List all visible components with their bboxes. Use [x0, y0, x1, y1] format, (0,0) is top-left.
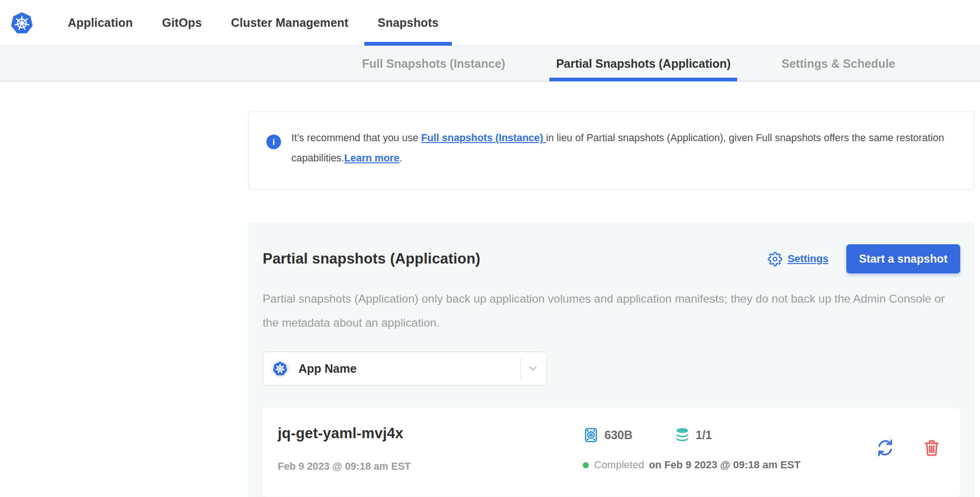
status-dot-icon — [583, 462, 589, 468]
snapshot-status: Completed — [594, 459, 644, 471]
snapshot-started-at: Feb 9 2023 @ 09:18 am EST — [278, 461, 583, 473]
app-kubernetes-icon — [271, 360, 289, 377]
settings-label: Settings — [787, 253, 828, 265]
snapshot-size: 630B — [604, 428, 633, 442]
top-navigation: Application GitOps Cluster Management Sn… — [0, 0, 980, 46]
tab-settings-schedule[interactable]: Settings & Schedule — [775, 46, 902, 81]
info-alert: i It’s recommend that you use Full snaps… — [248, 112, 974, 190]
top-nav-items: Application GitOps Cluster Management Sn… — [55, 0, 452, 46]
alert-text-before: It’s recommend that you use — [291, 132, 421, 144]
panel-description: Partial snapshots (Application) only bac… — [263, 287, 960, 335]
panel-title: Partial snapshots (Application) — [263, 250, 768, 267]
nav-item-application[interactable]: Application — [55, 0, 146, 46]
snapshots-sub-navigation: Full Snapshots (Instance) Partial Snapsh… — [0, 46, 980, 81]
alert-message: It’s recommend that you use Full snapsho… — [291, 128, 955, 168]
kubernetes-logo — [10, 11, 33, 34]
snapshot-status-line: Completed on Feb 9 2023 @ 09:18 am EST — [583, 459, 865, 471]
database-icon — [674, 427, 691, 443]
snapshot-metrics: 630B 1/1 Completed — [583, 425, 865, 471]
gear-icon — [768, 252, 782, 266]
info-icon: i — [266, 135, 281, 149]
tab-partial-snapshots[interactable]: Partial Snapshots (Application) — [549, 46, 737, 81]
snapshot-volumes-group: 1/1 — [674, 427, 712, 443]
panel-header: Partial snapshots (Application) Settings… — [263, 244, 960, 273]
selector-divider — [520, 359, 521, 378]
delete-snapshot-button[interactable] — [922, 438, 941, 457]
snapshot-row: jq-get-yaml-mvj4x Feb 9 2023 @ 09:18 am … — [263, 408, 960, 497]
restore-snapshot-button[interactable] — [874, 437, 896, 459]
alert-text-after: . — [399, 152, 402, 164]
full-snapshots-link[interactable]: Full snapshots (Instance) — [421, 132, 546, 144]
snapshot-identity: jq-get-yaml-mvj4x Feb 9 2023 @ 09:18 am … — [278, 425, 583, 473]
tab-full-snapshots[interactable]: Full Snapshots (Instance) — [355, 46, 512, 81]
app-selector-value: App Name — [298, 362, 520, 376]
snapshot-metrics-line: 630B 1/1 — [583, 427, 865, 443]
snapshot-actions — [874, 437, 941, 459]
hard-drive-icon — [583, 427, 599, 443]
snapshot-volumes: 1/1 — [696, 428, 712, 442]
partial-snapshots-panel: Partial snapshots (Application) Settings… — [248, 223, 974, 497]
nav-item-gitops[interactable]: GitOps — [149, 0, 215, 46]
nav-item-cluster-management[interactable]: Cluster Management — [218, 0, 362, 46]
app-name-selector[interactable]: App Name — [263, 352, 547, 385]
snapshot-settings-link[interactable]: Settings — [768, 252, 828, 266]
snapshot-finished-at: on Feb 9 2023 @ 09:18 am EST — [649, 459, 800, 471]
chevron-down-icon — [527, 362, 539, 375]
nav-item-snapshots[interactable]: Snapshots — [364, 0, 452, 46]
main-content: i It’s recommend that you use Full snaps… — [248, 112, 974, 497]
restore-icon — [874, 437, 896, 459]
start-snapshot-button[interactable]: Start a snapshot — [846, 244, 960, 273]
trash-icon — [922, 438, 941, 457]
learn-more-link[interactable]: Learn more — [344, 152, 399, 164]
snapshot-name: jq-get-yaml-mvj4x — [278, 425, 583, 442]
